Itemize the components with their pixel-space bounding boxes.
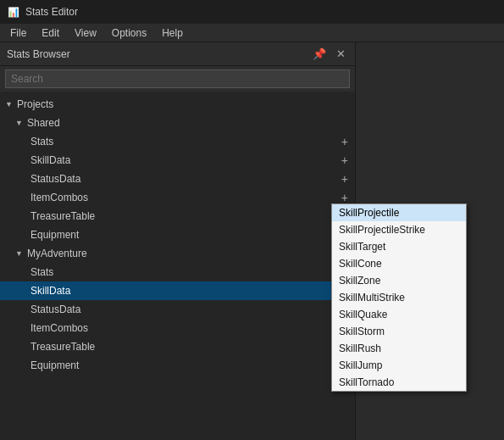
item-label: ItemCombos — [30, 192, 88, 203]
app-icon: 📊 — [7, 5, 20, 19]
dropdown-item[interactable]: SkillProjectileStrike — [332, 221, 466, 238]
add-stats-button[interactable]: + — [340, 136, 350, 148]
shared-chevron: ▼ — [15, 119, 24, 127]
shared-label: Shared — [27, 117, 60, 129]
list-item[interactable]: Equipment + — [0, 226, 355, 244]
projects-chevron: ▼ — [5, 100, 14, 109]
tree-group-myadventure[interactable]: ▼ MyAdventure — [0, 244, 355, 263]
item-label: StatusData — [30, 304, 80, 315]
pin-icon[interactable]: 📌 — [310, 46, 329, 62]
browser-area: Stats Browser 📌 ✕ ▼ Projects ▼ — [0, 42, 504, 440]
stats-browser-header: Stats Browser 📌 ✕ — [0, 42, 355, 66]
item-label: TreasureTable — [30, 210, 95, 222]
skill-dropdown: SkillProjectile SkillProjectileStrike Sk… — [331, 203, 467, 392]
stats-browser-title: Stats Browser — [7, 48, 70, 60]
projects-label: Projects — [17, 98, 53, 110]
myadventure-chevron: ▼ — [15, 249, 24, 258]
add-skilldata-button[interactable]: + — [340, 154, 350, 166]
search-box — [0, 66, 355, 92]
dropdown-item[interactable]: SkillProjectile — [332, 204, 466, 221]
list-item[interactable]: SkillData + — [0, 151, 355, 170]
dropdown-item[interactable]: SkillRush — [332, 340, 466, 357]
item-label: Stats — [30, 136, 53, 148]
menu-view[interactable]: View — [68, 25, 103, 41]
item-label: TreasureTable — [30, 341, 95, 353]
title-bar: 📊 Stats Editor — [0, 0, 504, 24]
menu-file[interactable]: File — [3, 25, 33, 41]
item-label: SkillData — [30, 285, 70, 297]
dropdown-item[interactable]: SkillCone — [332, 255, 466, 272]
list-item[interactable]: StatusData + — [0, 170, 355, 188]
dropdown-item[interactable]: SkillZone — [332, 272, 466, 289]
menu-options[interactable]: Options — [105, 25, 153, 41]
main-area: Stats Browser 📌 ✕ ▼ Projects ▼ — [0, 42, 504, 440]
dropdown-item[interactable]: SkillTarget — [332, 238, 466, 255]
dropdown-item[interactable]: SkillTornado — [332, 374, 466, 391]
dropdown-item[interactable]: SkillStorm — [332, 323, 466, 340]
dropdown-item[interactable]: SkillJump — [332, 357, 466, 374]
header-left: Stats Browser — [7, 48, 70, 60]
item-label: SkillData — [30, 154, 70, 166]
list-item[interactable]: ItemCombos + — [0, 188, 355, 207]
item-label: ItemCombos — [30, 322, 88, 334]
myadventure-label: MyAdventure — [27, 248, 87, 259]
list-item[interactable]: Equipment + — [0, 356, 355, 375]
item-label: Equipment — [30, 359, 79, 371]
list-item[interactable]: Stats + — [0, 132, 355, 151]
close-icon[interactable]: ✕ — [334, 46, 348, 62]
tree-container: ▼ Projects ▼ Shared Stats + SkillData + — [0, 92, 355, 440]
stats-browser-panel: Stats Browser 📌 ✕ ▼ Projects ▼ — [0, 42, 356, 440]
tree-group-shared[interactable]: ▼ Shared — [0, 114, 355, 132]
add-itemcombos-button[interactable]: + — [340, 192, 350, 203]
list-item[interactable]: StatusData + — [0, 300, 355, 319]
item-label: StatusData — [30, 173, 80, 185]
tree-projects[interactable]: ▼ Projects — [0, 95, 355, 114]
list-item[interactable]: TreasureTable + — [0, 337, 355, 356]
item-label: Equipment — [30, 229, 79, 241]
dropdown-item[interactable]: SkillMultiStrike — [332, 289, 466, 306]
menu-bar: File Edit View Options Help — [0, 24, 504, 42]
search-input[interactable] — [5, 70, 350, 88]
item-label: Stats — [30, 266, 53, 278]
list-item[interactable]: TreasureTable + — [0, 207, 355, 226]
dropdown-item[interactable]: SkillQuake — [332, 306, 466, 323]
menu-help[interactable]: Help — [155, 25, 190, 41]
list-item[interactable]: ItemCombos + — [0, 319, 355, 337]
list-item[interactable]: Stats + — [0, 263, 355, 281]
list-item-selected[interactable]: SkillData + — [0, 281, 355, 300]
add-statusdata-button[interactable]: + — [340, 173, 350, 185]
menu-edit[interactable]: Edit — [35, 25, 66, 41]
app-title: Stats Editor — [25, 6, 78, 18]
header-icons: 📌 ✕ — [310, 46, 348, 62]
